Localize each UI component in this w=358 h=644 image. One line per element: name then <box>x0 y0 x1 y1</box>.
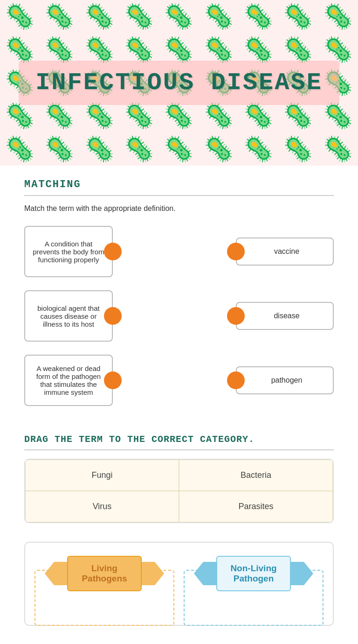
living-label-box: Living Pathogens <box>67 556 142 591</box>
drag-row-1: Fungi Bacteria <box>25 460 333 491</box>
connector-dot-right-1[interactable] <box>227 243 245 260</box>
match-row-3: A weakened or dead form of the pathogen … <box>24 355 334 406</box>
connector-dot-left-3[interactable] <box>104 371 122 389</box>
living-arrow-left <box>45 562 68 585</box>
match-right-3: pathogen <box>236 366 334 394</box>
nonliving-label: Non-Living Pathogen <box>230 563 276 583</box>
living-arrow-wrap: Living Pathogens <box>34 556 174 591</box>
match-left-3: A weakened or dead form of the pathogen … <box>24 355 113 406</box>
drag-grid: Fungi Bacteria Virus Parasites <box>24 459 334 523</box>
drag-label: DRAG THE TERM TO THE CORRECT CATEGORY. <box>24 434 334 445</box>
matching-instructions: Match the term with the appropriate defi… <box>24 204 334 213</box>
hero-title-area: INFECTIOUS DISEASE <box>0 0 358 166</box>
drag-row-2: Virus Parasites <box>25 491 333 522</box>
drag-cell-fungi[interactable]: Fungi <box>25 460 179 491</box>
definition-box-1[interactable]: A condition that prevents the body from … <box>24 226 113 277</box>
living-arrow-right <box>141 562 164 585</box>
connector-dot-left-1[interactable] <box>104 243 122 260</box>
term-box-1[interactable]: vaccine <box>236 238 334 266</box>
matching-divider <box>24 195 334 196</box>
hero-title-background: INFECTIOUS DISEASE <box>19 61 339 105</box>
matching-pairs-area: A condition that prevents the body from … <box>24 226 334 406</box>
match-left-2: biological agent that causes disease or … <box>24 290 113 342</box>
definition-box-2[interactable]: biological agent that causes disease or … <box>24 290 113 342</box>
living-label: Living Pathogens <box>82 563 127 583</box>
hero-section: 🦠 🦠 🦠 🦠 🦠 🦠 🦠 🦠 🦠 🦠 🦠 🦠 🦠 🦠 🦠 🦠 🦠 🦠 🦠 🦠 … <box>0 0 358 166</box>
connector-dot-right-3[interactable] <box>227 371 245 389</box>
drag-cell-parasites[interactable]: Parasites <box>179 491 333 522</box>
match-left-1: A condition that prevents the body from … <box>24 226 113 277</box>
match-right-2: disease <box>236 302 334 330</box>
connector-dot-left-2[interactable] <box>104 307 122 325</box>
nonliving-arrow-left <box>194 562 217 585</box>
nonliving-label-box: Non-Living Pathogen <box>216 556 291 591</box>
drag-cell-bacteria[interactable]: Bacteria <box>179 460 333 491</box>
term-box-2[interactable]: disease <box>236 302 334 330</box>
match-row-2: biological agent that causes disease or … <box>24 290 334 342</box>
drag-section: DRAG THE TERM TO THE CORRECT CATEGORY. F… <box>24 434 334 523</box>
nonliving-arrow-wrap: Non-Living Pathogen <box>184 556 324 591</box>
page-title: INFECTIOUS DISEASE <box>35 69 323 97</box>
category-living: Living Pathogens <box>34 556 174 612</box>
term-box-3[interactable]: pathogen <box>236 366 334 394</box>
matching-section: MATCHING Match the term with the appropr… <box>24 179 334 406</box>
connector-dot-right-2[interactable] <box>227 307 245 325</box>
nonliving-arrow-right <box>290 562 313 585</box>
matching-label: MATCHING <box>24 179 334 190</box>
drag-cell-virus[interactable]: Virus <box>25 491 179 522</box>
category-section: Living Pathogens Non-Living Pathogen <box>24 542 334 626</box>
drag-divider <box>24 449 334 450</box>
definition-box-3[interactable]: A weakened or dead form of the pathogen … <box>24 355 113 406</box>
match-row-1: A condition that prevents the body from … <box>24 226 334 277</box>
category-nonliving: Non-Living Pathogen <box>184 556 324 612</box>
match-right-1: vaccine <box>236 238 334 266</box>
main-content: MATCHING Match the term with the appropr… <box>0 166 358 644</box>
